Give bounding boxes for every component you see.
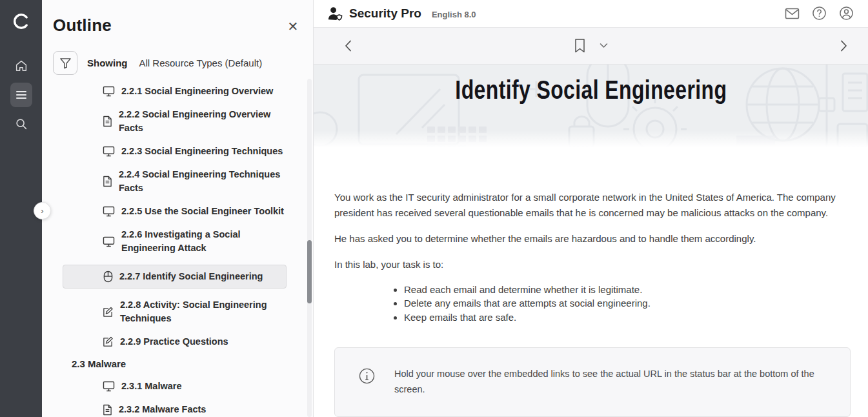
outline-item-label: 2.2.2 Social Engineering Overview Facts	[119, 108, 287, 135]
chevron-down-icon	[600, 43, 608, 48]
testout-c-logo[interactable]	[10, 10, 32, 32]
outline-item[interactable]: 2.2.2 Social Engineering Overview Facts	[63, 108, 287, 135]
help-icon[interactable]	[812, 6, 827, 21]
outline-scrollbar-thumb[interactable]	[307, 240, 312, 303]
outline-menu-icon[interactable]	[10, 83, 32, 107]
task-item: Keep emails that are safe.	[404, 310, 868, 325]
lesson-navbar	[314, 28, 868, 65]
home-icon[interactable]	[10, 54, 32, 77]
task-list: Read each email and determine whether it…	[334, 283, 868, 325]
lesson-paragraph: He has asked you to determine whether th…	[334, 231, 858, 247]
previous-lesson-button[interactable]	[345, 39, 352, 52]
chevron-right-icon	[840, 39, 847, 52]
bookmark-menu-button[interactable]	[600, 43, 608, 48]
lesson-banner: Identify Social Engineering	[314, 65, 868, 147]
bookmark-icon	[574, 38, 585, 53]
outline-list: 2.2.1 Social Engineering Overview 2.2.2 …	[42, 85, 313, 416]
main-area: Security Pro English 8.0	[314, 0, 868, 417]
outline-item-label: 2.2.9 Practice Questions	[120, 335, 228, 349]
outline-section-malware[interactable]: 2.3 Malware	[72, 358, 313, 369]
account-icon[interactable]	[839, 6, 854, 21]
person-shield-icon	[326, 5, 343, 22]
monitor-icon	[103, 381, 115, 392]
monitor-icon	[103, 146, 115, 157]
outline-panel: Outline ✕ Showing All Resource Types (De…	[42, 0, 314, 417]
mouse-icon	[103, 270, 113, 283]
product-edition: English 8.0	[432, 7, 476, 19]
chevron-right-icon: ›	[41, 206, 43, 216]
outline-item[interactable]: 2.3.1 Malware	[63, 380, 287, 393]
info-icon	[359, 368, 375, 384]
outline-item-label: 2.2.4 Social Engineering Techniques Fact…	[119, 168, 287, 195]
document-icon	[103, 176, 112, 187]
document-icon	[103, 116, 112, 127]
outline-item[interactable]: 2.2.1 Social Engineering Overview	[63, 85, 287, 98]
outline-title: Outline	[42, 0, 313, 36]
pencil-icon	[103, 307, 114, 318]
monitor-icon	[103, 206, 115, 217]
outline-item[interactable]: 2.2.3 Social Engineering Techniques	[63, 145, 287, 158]
outline-item[interactable]: 2.2.4 Social Engineering Techniques Fact…	[63, 168, 287, 195]
outline-item-label: 2.2.7 Identify Social Engineering	[119, 270, 263, 283]
monitor-icon	[103, 236, 115, 247]
product-name: Security Pro	[349, 6, 421, 21]
mail-icon[interactable]	[785, 8, 800, 19]
close-icon[interactable]: ✕	[286, 19, 300, 34]
lesson-body: You work as the IT security administrato…	[314, 147, 868, 417]
search-icon[interactable]	[10, 112, 32, 136]
outline-item-label: 2.3.2 Malware Facts	[119, 403, 206, 416]
outline-item[interactable]: 2.2.6 Investigating a Social Engineering…	[63, 228, 287, 255]
collapse-panel-button[interactable]: ›	[34, 202, 51, 219]
product-brand: Security Pro English 8.0	[326, 5, 476, 22]
main-header: Security Pro English 8.0	[314, 0, 868, 28]
chevron-left-icon	[345, 39, 352, 52]
outline-item[interactable]: 2.2.5 Use the Social Engineer Toolkit	[63, 205, 287, 218]
lesson-paragraph: You work as the IT security administrato…	[334, 190, 858, 221]
filter-funnel-icon	[59, 57, 72, 69]
monitor-icon	[103, 86, 115, 97]
outline-item-label: 2.2.1 Social Engineering Overview	[121, 85, 273, 98]
filter-showing-label: Showing	[87, 57, 128, 68]
filter-button[interactable]	[53, 51, 77, 75]
app-window: › Outline ✕ Showing All Resource Types (…	[0, 0, 868, 417]
pencil-icon	[103, 336, 114, 347]
outline-item-label: 2.2.6 Investigating a Social Engineering…	[121, 228, 287, 255]
lesson-paragraph: In this lab, your task is to:	[334, 257, 858, 272]
task-item: Read each email and determine whether it…	[404, 283, 868, 297]
filter-value[interactable]: All Resource Types (Default)	[139, 57, 263, 68]
filter-row: Showing All Resource Types (Default)	[53, 51, 313, 75]
task-item: Delete any emails that are attempts at s…	[404, 296, 868, 310]
outline-item[interactable]: 2.3.2 Malware Facts	[63, 403, 287, 416]
outline-item[interactable]: 2.2.8 Activity: Social Engineering Techn…	[63, 298, 287, 325]
outline-item[interactable]: 2.2.9 Practice Questions	[63, 335, 287, 349]
info-note-box: Hold your mouse over the embedded links …	[334, 347, 851, 417]
next-lesson-button[interactable]	[840, 39, 847, 52]
note-text: Hold your mouse over the embedded links …	[394, 366, 828, 397]
outline-item-label: 2.2.8 Activity: Social Engineering Techn…	[120, 298, 287, 325]
outline-item-label: 2.3.1 Malware	[121, 380, 182, 393]
page-title: Identify Social Engineering	[314, 75, 868, 105]
document-icon	[103, 404, 112, 416]
outline-item-label: 2.2.3 Social Engineering Techniques	[121, 145, 283, 158]
outline-item-selected[interactable]: 2.2.7 Identify Social Engineering	[63, 265, 287, 289]
bookmark-button[interactable]	[574, 38, 585, 53]
outline-item-label: 2.2.5 Use the Social Engineer Toolkit	[121, 205, 284, 218]
